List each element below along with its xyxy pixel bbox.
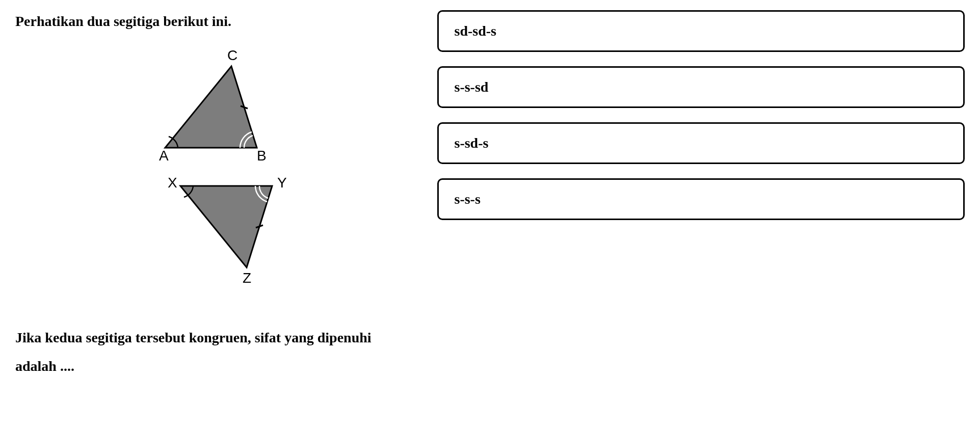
prompt-line-2: adalah .... xyxy=(15,352,407,381)
triangle-abc: A B C xyxy=(135,41,287,173)
label-c: C xyxy=(227,47,237,63)
question-intro: Perhatikan dua segitiga berikut ini. xyxy=(15,10,407,33)
question-prompt: Jika kedua segitiga tersebut kongruen, s… xyxy=(15,323,407,381)
question-column: Perhatikan dua segitiga berikut ini. A B… xyxy=(15,10,407,381)
option-a[interactable]: sd-sd-s xyxy=(437,10,965,52)
triangle-xyz: X Y Z xyxy=(150,160,313,293)
label-y: Y xyxy=(277,175,287,191)
label-z: Z xyxy=(243,270,251,286)
option-b[interactable]: s-s-sd xyxy=(437,66,965,108)
options-column: sd-sd-s s-s-sd s-sd-s s-s-s xyxy=(437,10,965,381)
option-d[interactable]: s-s-s xyxy=(437,178,965,220)
label-x: X xyxy=(168,175,177,191)
question-container: Perhatikan dua segitiga berikut ini. A B… xyxy=(15,10,965,381)
triangles-figure: A B C X Y Z xyxy=(15,41,407,293)
option-c[interactable]: s-sd-s xyxy=(437,122,965,164)
prompt-line-1: Jika kedua segitiga tersebut kongruen, s… xyxy=(15,323,407,352)
